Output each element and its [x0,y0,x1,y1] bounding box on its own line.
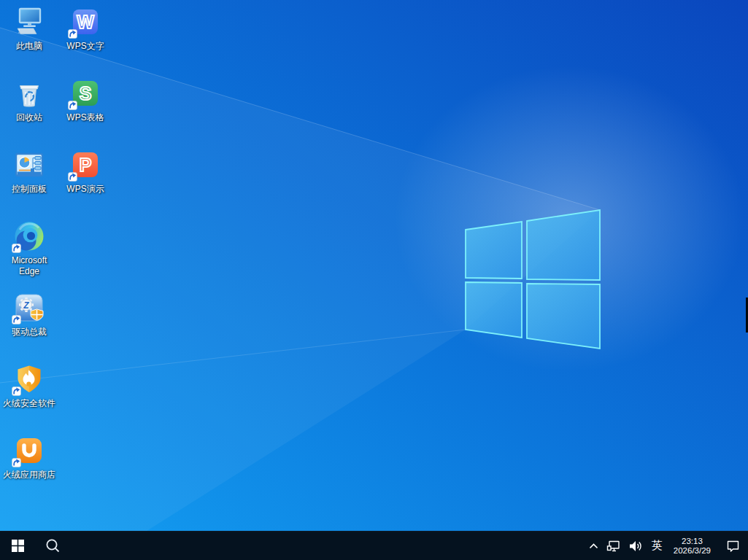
desktop-icon-wps-writer[interactable]: W WPS文字 [58,6,113,52]
language-label: 英 [652,539,663,553]
clock-date: 2026/3/29 [674,546,711,556]
network-ethernet-icon [606,540,621,553]
svg-text:W: W [77,12,94,32]
shortcut-arrow-icon [68,101,77,110]
search-button[interactable] [35,532,70,560]
shortcut-arrow-icon [12,244,21,253]
svg-text:S: S [80,83,92,104]
desktop-icon-wps-spreadsheet[interactable]: S WPS表格 [58,77,113,123]
desktop-icon-huorong-security[interactable]: 火绒安全软件 [1,363,57,409]
speaker-icon [628,540,643,553]
clock-time: 23:13 [682,537,703,546]
tray-clock[interactable]: 23:13 2026/3/29 [668,532,717,560]
desktop-icon-label: 回收站 [1,112,57,123]
system-tray: 英 23:13 2026/3/29 [585,532,748,560]
desktop-icon-label: 控制面板 [1,184,57,195]
control-panel-icon [13,149,45,181]
desktop-icon-driver-genius[interactable]: Z 驱动总裁 [1,292,57,338]
tray-show-hidden-icons[interactable] [585,532,603,560]
shortcut-arrow-icon [68,172,77,182]
tray-language-indicator[interactable]: 英 [647,532,668,560]
tray-volume[interactable] [625,532,647,560]
this-pc-icon [13,6,45,38]
shortcut-arrow-icon [12,315,21,324]
desktop-icon-label: WPS表格 [58,112,113,123]
desktop-icon-label: 火绒应用商店 [1,470,57,481]
svg-text:P: P [80,155,92,175]
desktop: 此电脑 回收站 [0,0,748,560]
desktop-icon-this-pc[interactable]: 此电脑 [1,6,57,52]
shortcut-arrow-icon [68,29,77,39]
desktop-icon-control-panel[interactable]: 控制面板 [1,149,57,195]
windows-start-icon [12,540,24,552]
tray-network[interactable] [603,532,625,560]
desktop-icon-huorong-app-store[interactable]: 火绒应用商店 [1,435,57,481]
start-button[interactable] [0,532,35,560]
chevron-up-icon [588,542,599,551]
svg-text:Z: Z [23,300,29,311]
action-center-button[interactable] [720,532,748,560]
desktop-icon-label: WPS文字 [58,41,113,52]
desktop-icon-label: 此电脑 [1,41,57,52]
desktop-icon-label: Microsoft Edge [1,255,57,277]
notification-icon [726,540,740,552]
shortcut-arrow-icon [12,458,21,467]
desktop-icon-label: 火绒安全软件 [1,398,57,409]
taskbar-empty-area [70,532,585,560]
search-icon [45,538,61,553]
desktop-icon-recycle-bin[interactable]: 回收站 [1,77,57,123]
recycle-bin-icon [13,77,45,109]
desktop-icon-label: 驱动总裁 [1,327,57,338]
desktop-icon-wps-presentation[interactable]: P WPS演示 [58,149,113,195]
taskbar: 英 23:13 2026/3/29 [0,531,748,560]
desktop-icon-microsoft-edge[interactable]: Microsoft Edge [1,220,57,277]
desktop-icon-label: WPS演示 [58,184,113,195]
shortcut-arrow-icon [12,386,21,396]
